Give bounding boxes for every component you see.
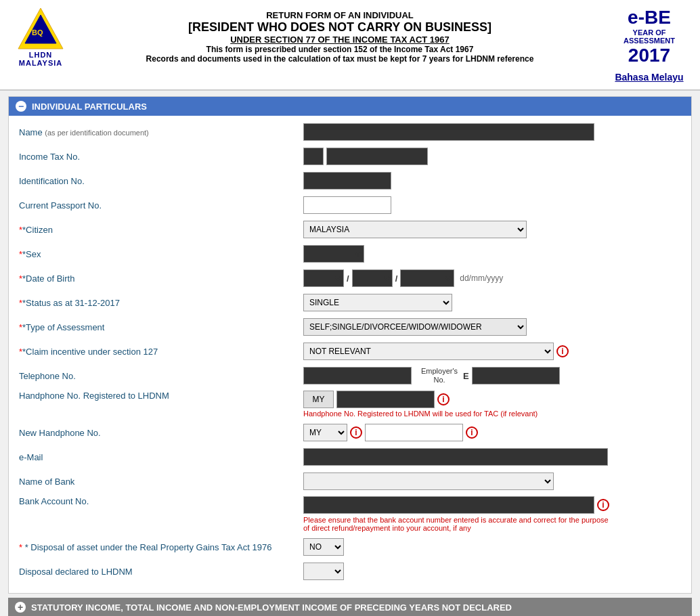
tax-number-input[interactable]	[326, 148, 428, 165]
identification-control	[303, 172, 681, 190]
sex-control	[303, 245, 681, 263]
passport-row: Current Passport No.	[19, 196, 681, 215]
statutory-section[interactable]: + STATUTORY INCOME, TOTAL INCOME AND NON…	[8, 598, 692, 616]
identification-input[interactable]	[303, 172, 391, 190]
ebe-title: e-BE	[609, 7, 690, 28]
status-select[interactable]: SINGLE	[303, 294, 452, 311]
svg-text:BQ: BQ	[32, 28, 43, 37]
dob-label: **Date of Birth	[19, 273, 303, 284]
header-line5: Records and documents used in the calcul…	[71, 54, 609, 64]
disposal-declared-label: Disposal declared to LHDNM	[19, 567, 303, 577]
new-handphone-control: MY i i	[303, 424, 681, 441]
individual-particulars-header[interactable]: − INDIVIDUAL PARTICULARS	[9, 97, 691, 116]
disposal-label: * * Disposal of asset under the Real Pro…	[19, 542, 303, 552]
assessment-type-control: SELF;SINGLE/DIVORCEE/WIDOW/WIDOWER	[303, 318, 681, 336]
identification-label: Identification No.	[19, 176, 303, 186]
form-body: Name (as per identification document) In…	[9, 116, 691, 593]
passport-input[interactable]	[303, 196, 391, 214]
tax-prefix-input[interactable]	[303, 148, 324, 165]
statutory-plus-icon[interactable]: +	[15, 602, 26, 613]
disposal-row: * * Disposal of asset under the Real Pro…	[19, 537, 681, 556]
telephone-row: Telephone No. Employer'sNo. E	[19, 366, 681, 385]
status-control: SINGLE	[303, 294, 681, 311]
employer-prefix: E	[463, 371, 469, 381]
bank-name-label: Name of Bank	[19, 477, 303, 487]
handphone-prefix-input	[303, 391, 334, 408]
income-tax-row: Income Tax No.	[19, 147, 681, 166]
identification-row: Identification No.	[19, 171, 681, 190]
telephone-label: Telephone No.	[19, 371, 303, 381]
citizen-label: **Citizen	[19, 225, 303, 235]
employer-input[interactable]	[472, 367, 560, 384]
individual-particulars-section: − INDIVIDUAL PARTICULARS Name (as per id…	[8, 96, 692, 594]
section-title: INDIVIDUAL PARTICULARS	[32, 102, 147, 112]
disposal-declared-select[interactable]	[303, 563, 344, 580]
collapse-icon[interactable]: −	[16, 101, 26, 112]
new-handphone-label: New Handphone No.	[19, 428, 303, 438]
bank-account-label: Bank Account No.	[19, 496, 303, 506]
statutory-title: STATUTORY INCOME, TOTAL INCOME AND NON-E…	[31, 602, 512, 613]
handphone-inputs: i	[303, 391, 538, 408]
main-content: − INDIVIDUAL PARTICULARS Name (as per id…	[0, 91, 700, 616]
assessment-label: ASSESSMENT	[609, 37, 690, 45]
name-sub: (as per identification document)	[45, 129, 148, 137]
status-label: **Status as at 31-12-2017	[19, 298, 303, 308]
bank-account-input[interactable]	[303, 496, 594, 514]
name-input[interactable]	[303, 123, 594, 141]
sex-label: **Sex	[19, 249, 303, 259]
disposal-declared-row: Disposal declared to LHDNM	[19, 562, 681, 581]
citizen-select[interactable]: MALAYSIA	[303, 221, 527, 238]
lhdn-logo-icon: BQ	[17, 7, 64, 51]
bank-name-select[interactable]	[303, 472, 554, 490]
new-handphone-input[interactable]	[365, 424, 463, 441]
email-input[interactable]	[303, 448, 608, 466]
sex-select[interactable]	[303, 245, 364, 263]
citizen-control: MALAYSIA	[303, 221, 681, 238]
dob-month-select[interactable]	[352, 269, 393, 287]
disposal-control: NO	[303, 538, 681, 556]
new-handphone-prefix-select[interactable]: MY	[303, 424, 347, 441]
handphone-info-icon[interactable]: i	[437, 393, 450, 405]
bahasa-melayu-link[interactable]: Bahasa Melayu	[609, 72, 690, 83]
incentive-label: **Claim incentive under section 127	[19, 347, 303, 357]
bank-account-info-icon[interactable]: i	[597, 499, 609, 511]
handphone-label: Handphone No. Registered to LHDNM	[19, 391, 303, 401]
disposal-select[interactable]: NO	[303, 538, 344, 556]
handphone-row: Handphone No. Registered to LHDNM i Hand…	[19, 391, 681, 418]
header-right: e-BE YEAR OF ASSESSMENT 2017 Bahasa Mela…	[609, 7, 690, 83]
new-handphone-row: New Handphone No. MY i i	[19, 423, 681, 442]
bank-account-inputs: i	[303, 496, 615, 514]
disposal-declared-control	[303, 563, 681, 580]
sex-row: **Sex	[19, 244, 681, 263]
incentive-select[interactable]: NOT RELEVANT	[303, 343, 554, 360]
page-header: BQ LHDN MALAYSIA RETURN FORM OF AN INDIV…	[0, 0, 700, 91]
dob-day-select[interactable]	[303, 269, 344, 287]
name-label: Name (as per identification document)	[19, 127, 303, 137]
header-line2: [RESIDENT WHO DOES NOT CARRY ON BUSINESS…	[71, 20, 609, 35]
assessment-type-select[interactable]: SELF;SINGLE/DIVORCEE/WIDOW/WIDOWER	[303, 318, 527, 336]
bank-account-note: Please ensure that the bank account numb…	[303, 516, 615, 532]
email-row: e-Mail	[19, 447, 681, 466]
bank-name-control	[303, 472, 681, 490]
handphone-input[interactable]	[336, 391, 435, 408]
dob-sep1: /	[347, 273, 349, 284]
lhdn-text: LHDN MALAYSIA	[10, 51, 71, 67]
telephone-control: Employer'sNo. E	[303, 367, 681, 384]
telephone-input[interactable]	[303, 367, 412, 384]
incentive-row: **Claim incentive under section 127 NOT …	[19, 342, 681, 361]
dob-year-select[interactable]	[400, 269, 454, 287]
incentive-info-icon[interactable]: i	[556, 345, 569, 357]
new-handphone-prefix-info[interactable]: i	[350, 426, 362, 439]
year-label: YEAR OF	[609, 28, 690, 37]
dob-format-label: dd/mm/yyyy	[460, 273, 503, 283]
income-tax-label: Income Tax No.	[19, 152, 303, 162]
employer-label: Employer'sNo.	[421, 367, 458, 384]
header-line3: UNDER SECTION 77 OF THE INCOME TAX ACT 1…	[71, 35, 609, 45]
logo-area: BQ LHDN MALAYSIA	[10, 7, 71, 67]
citizen-row: **Citizen MALAYSIA	[19, 220, 681, 239]
email-control	[303, 448, 681, 466]
new-handphone-info-icon[interactable]: i	[466, 426, 478, 439]
assessment-type-row: **Type of Assessment SELF;SINGLE/DIVORCE…	[19, 317, 681, 336]
header-center: RETURN FORM OF AN INDIVIDUAL [RESIDENT W…	[71, 7, 609, 64]
dob-row: **Date of Birth / / dd/mm/yyyy	[19, 269, 681, 288]
